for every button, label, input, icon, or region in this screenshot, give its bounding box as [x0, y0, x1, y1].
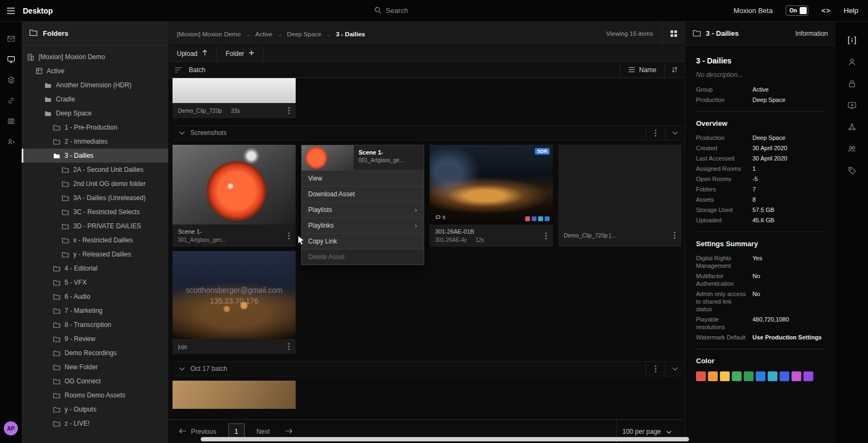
menu-item-copy-link[interactable]: Copy Link — [302, 233, 424, 249]
sidebar-item-active[interactable]: Active — [22, 64, 168, 78]
asset-card-artglass[interactable]: Scene 1- 001_Artglass_gen... — [173, 145, 296, 247]
sidebar-item-3d-private-dailies[interactable]: 3D - PRIVATE DAILIES — [22, 219, 168, 233]
section-collapse-icon[interactable] — [665, 361, 685, 376]
film-icon[interactable] — [1, 111, 21, 131]
grid-view-icon[interactable] — [662, 22, 685, 46]
help-link[interactable]: Help — [844, 7, 858, 15]
asset-card-nasa[interactable]: Demo_Clip_720p [... — [558, 145, 681, 247]
section-collapse-icon[interactable] — [665, 125, 685, 140]
lock-icon[interactable] — [842, 73, 861, 94]
collapse-chevron-icon[interactable] — [179, 367, 185, 371]
avatar[interactable]: AP — [4, 421, 18, 435]
information-tab[interactable]: Information — [795, 30, 828, 37]
next-page-button[interactable]: Next — [257, 427, 293, 435]
breadcrumb-item-3-dailies[interactable]: 3 - Dailies — [336, 31, 365, 37]
breadcrumb-item-deep-space[interactable]: Deep Space — [287, 31, 321, 37]
color-swatch[interactable] — [708, 371, 718, 381]
asset-thumbnail[interactable] — [173, 78, 296, 103]
breadcrumb-item-moxion-moxion-demo[interactable]: [Moxion] Moxion Demo — [177, 31, 241, 37]
menu-icon[interactable] — [0, 0, 22, 22]
layers-icon[interactable] — [1, 69, 21, 90]
add-user-icon[interactable] — [1, 131, 21, 152]
mail-icon[interactable] — [1, 28, 21, 49]
asset-card-city[interactable]: SDR 5 301-26AE-01B 301-26AE-4y12s — [430, 145, 553, 247]
previous-page-button[interactable]: Previous — [179, 427, 216, 435]
sidebar-item-7-marketing[interactable]: 7 - Marketing — [22, 304, 168, 318]
user-icon[interactable] — [842, 51, 861, 73]
color-swatch[interactable] — [756, 371, 765, 381]
breadcrumb-item-active[interactable]: Active — [256, 31, 272, 37]
menu-item-view[interactable]: View — [302, 170, 424, 186]
sidebar-item-another-dimension-hdr[interactable]: Another Dimension (HDR) — [22, 78, 168, 92]
sidebar-item-y-released-dailies[interactable]: y - Released Dailies — [22, 247, 168, 261]
menu-item-playlists[interactable]: Playlists› — [302, 202, 424, 217]
sidebar-item-rooms-demo-assets[interactable]: Rooms Demo Assets — [22, 388, 168, 402]
sidebar-item-3-dailies[interactable]: 3 - Dailies — [22, 149, 168, 163]
color-swatch[interactable] — [696, 371, 706, 381]
section-options-icon[interactable] — [646, 125, 665, 140]
sidebar-item-2nd-unit-og-demo-folder[interactable]: 2nd Unit OG demo folder — [22, 177, 168, 191]
asset-card-house[interactable]: scotthonsberger@gmail.com 135.23.70.176 … — [173, 251, 296, 354]
color-swatch[interactable] — [720, 371, 730, 381]
sidebar-item-demo-recordings[interactable]: Demo Recordings — [22, 346, 168, 360]
sort-by-name-button[interactable]: Name — [620, 62, 664, 78]
sidebar-item-y-outputs[interactable]: y - Outputs — [22, 402, 168, 416]
asset-card-demo-clip-top[interactable]: Demo_Clip_720p 33s — [173, 78, 296, 118]
color-swatch[interactable] — [792, 371, 801, 381]
integrations-icon[interactable] — [842, 116, 861, 138]
desktop-icon[interactable] — [1, 49, 21, 69]
sidebar-item-3a-dailies-unreleased[interactable]: 3A - Dailies (Unreleased) — [22, 191, 168, 205]
sidebar-item-5-vfx[interactable]: 5 - VFX — [22, 275, 168, 290]
color-swatch[interactable] — [780, 371, 789, 381]
sidebar-item-4-editorial[interactable]: 4 - Editorial — [22, 261, 168, 275]
tag-icon[interactable] — [842, 159, 861, 181]
sidebar-item-moxion-moxion-demo[interactable]: [Moxion] Moxion Demo — [22, 50, 168, 64]
asset-thumbnail[interactable] — [173, 145, 296, 224]
sidebar-item-new-folder[interactable]: New Folder — [22, 360, 168, 374]
color-swatch[interactable] — [744, 371, 754, 381]
code-icon[interactable]: <> — [821, 7, 831, 15]
sidebar-item-cradle[interactable]: Cradle — [22, 92, 168, 106]
sidebar-item-deep-space[interactable]: Deep Space — [22, 106, 168, 120]
sidebar-item-1-pre-production[interactable]: 1 - Pre-Production — [22, 120, 168, 134]
asset-thumbnail[interactable]: SDR 5 — [430, 145, 553, 224]
section-options-icon[interactable] — [646, 361, 665, 376]
asset-thumbnail[interactable]: scotthonsberger@gmail.com 135.23.70.176 — [173, 251, 296, 339]
new-folder-button[interactable]: Folder — [217, 46, 264, 61]
asset-card-lion[interactable] — [173, 381, 296, 409]
sidebar-item-2a-second-unit-dailies[interactable]: 2A - Second Unit Dailies — [22, 163, 168, 177]
asset-options-icon[interactable] — [285, 343, 292, 350]
comment-count-badge[interactable]: 5 — [433, 214, 448, 221]
screen-share-icon[interactable] — [842, 94, 861, 116]
search-input[interactable]: Search — [374, 7, 494, 15]
sort-direction-icon[interactable] — [664, 62, 685, 78]
color-swatch[interactable] — [768, 371, 777, 381]
asset-options-icon[interactable] — [285, 232, 292, 239]
asset-options-icon[interactable] — [285, 107, 292, 114]
sidebar-item-3c-restricted-selects[interactable]: 3C - Restricted Selects — [22, 205, 168, 219]
link-icon[interactable] — [1, 90, 21, 111]
menu-item-download-asset[interactable]: Download Asset — [302, 186, 424, 202]
asset-thumbnail[interactable] — [173, 381, 296, 409]
previous-label: Previous — [191, 428, 216, 435]
sidebar-item-x-restricted-dailies[interactable]: x - Restricted Dailies — [22, 233, 168, 247]
color-swatch[interactable] — [732, 371, 742, 381]
beta-toggle[interactable]: On — [786, 5, 808, 16]
asset-options-icon[interactable] — [542, 232, 550, 239]
upload-button[interactable]: Upload — [168, 46, 217, 61]
horizontal-scrollbar[interactable] — [201, 437, 689, 441]
sidebar-item-6-audio[interactable]: 6 - Audio — [22, 290, 168, 304]
information-icon[interactable] — [842, 29, 861, 51]
asset-thumbnail[interactable] — [558, 145, 681, 224]
collapse-chevron-icon[interactable] — [179, 131, 185, 135]
batch-filter-icon[interactable] — [175, 67, 182, 73]
sidebar-item-9-review[interactable]: 9 - Review — [22, 332, 168, 346]
sidebar-item-8-transcription[interactable]: 8 - Transcription — [22, 318, 168, 332]
sidebar-item-og-connect[interactable]: OG Connect — [22, 374, 168, 388]
sidebar-item-z-live[interactable]: z - LIVE! — [22, 416, 168, 431]
color-swatch[interactable] — [803, 371, 813, 381]
users-icon[interactable] — [842, 138, 861, 159]
asset-options-icon[interactable] — [671, 232, 678, 239]
menu-item-playlinks[interactable]: Playlinks› — [302, 217, 424, 233]
sidebar-item-2-immediates[interactable]: 2 - Immediates — [22, 134, 168, 149]
